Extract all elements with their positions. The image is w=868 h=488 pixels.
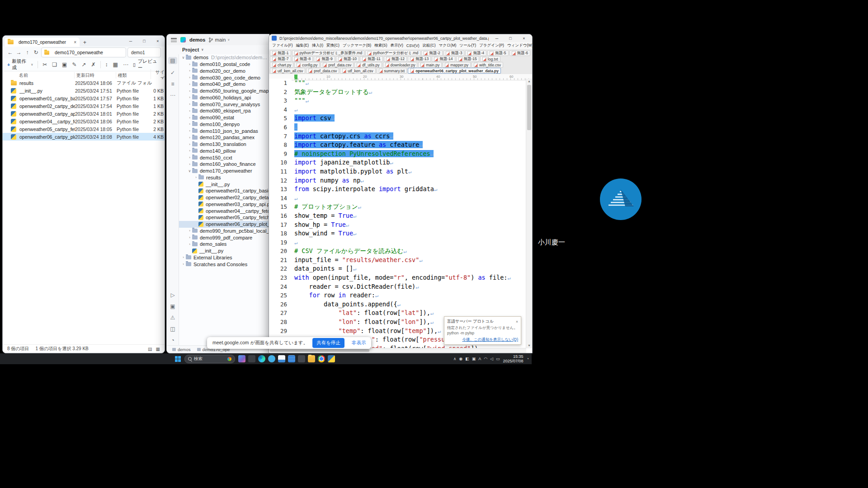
code-line[interactable]: """↵: [292, 96, 526, 105]
menu-item[interactable]: 変換(C): [326, 43, 340, 48]
menu-item[interactable]: ツール(T): [459, 43, 476, 48]
editor-tab[interactable]: utf_ken_all.csv: [270, 68, 305, 74]
chevron-closed-icon[interactable]: ›: [187, 142, 192, 146]
tree-item[interactable]: ›demo030_geo_code_demo: [179, 74, 269, 81]
editor-tab[interactable]: 無題-13: [408, 56, 431, 62]
menu-item[interactable]: ブックマーク(B): [343, 43, 371, 48]
delete-icon[interactable]: ✗: [91, 61, 96, 68]
problems-tool-icon[interactable]: ⚠: [170, 315, 175, 320]
taskbar-clock[interactable]: 15:35 2025/07/08: [503, 354, 524, 363]
close-button[interactable]: ×: [519, 36, 529, 41]
editor-tab[interactable]: 無題-11: [360, 56, 383, 62]
ime-icon[interactable]: [248, 355, 255, 362]
tree-item[interactable]: ›demo999_pdf_compare: [179, 234, 269, 241]
editor-tab[interactable]: df_utils.py: [354, 62, 382, 68]
tree-item[interactable]: ›demo990_forum_pc5bai_local_demo: [179, 228, 269, 235]
explorer-icon[interactable]: [308, 355, 315, 362]
editor-tab[interactable]: config.py: [294, 62, 320, 68]
project-tool-icon[interactable]: ▤: [168, 57, 177, 64]
edge-icon[interactable]: [258, 355, 265, 362]
more-tools-icon[interactable]: ⋯: [170, 93, 175, 98]
menu-item[interactable]: ファイル(F): [272, 43, 293, 48]
paste-icon[interactable]: ▣: [62, 61, 67, 68]
copy-icon[interactable]: ❏: [52, 61, 57, 68]
commit-tool-icon[interactable]: ✓: [170, 70, 175, 75]
rename-icon[interactable]: ✎: [72, 61, 76, 68]
tree-item[interactable]: ›Scratches and Consoles: [179, 261, 269, 267]
chevron-up-icon[interactable]: ∧: [453, 357, 457, 361]
chevron-closed-icon[interactable]: ›: [187, 235, 192, 239]
tree-item[interactable]: ›demo130_translation: [179, 141, 269, 148]
code-line[interactable]: import cartopy.feature as cfeature↵: [292, 141, 526, 150]
tree-item[interactable]: ›demo110_json_to_pandas: [179, 127, 269, 134]
code-line[interactable]: import csv↵: [292, 114, 526, 123]
explorer-tab[interactable]: demo170_openweather ×: [5, 38, 80, 47]
file-row[interactable]: openweather06_cartpy_plot_weather_dat...…: [3, 133, 165, 141]
editor-tab[interactable]: 無題-3: [443, 50, 465, 56]
code-line[interactable]: show_wind = True↵: [292, 229, 526, 238]
security-icon[interactable]: ◉: [459, 357, 462, 361]
menu-item[interactable]: 比較(C): [423, 43, 436, 48]
code-line[interactable]: input_file = "results/weather.csv"↵: [292, 256, 526, 265]
chevron-open-icon[interactable]: ∨: [187, 169, 192, 173]
tree-item[interactable]: openweather06_cartpy_plot_weather_data.p…: [179, 221, 269, 228]
code-line[interactable]: import numpy as np↵: [292, 176, 526, 185]
chevron-closed-icon[interactable]: ›: [187, 102, 192, 106]
run-tool-icon[interactable]: ▷: [170, 292, 175, 298]
tree-item[interactable]: ›demo120_pandas_amex: [179, 134, 269, 141]
tree-item[interactable]: ›demo_sales: [179, 241, 269, 248]
chevron-closed-icon[interactable]: ›: [187, 109, 192, 113]
editor-tab[interactable]: chart.py: [270, 62, 293, 68]
code-line[interactable]: show_temp = True↵: [292, 211, 526, 221]
paint-icon[interactable]: [298, 355, 305, 362]
code-line[interactable]: ↵: [292, 123, 526, 132]
file-row[interactable]: results2025/03/24 18:06ファイル フォルダー: [3, 79, 165, 87]
project-name[interactable]: demos: [189, 37, 205, 42]
branch-selector[interactable]: main ∨: [209, 37, 230, 42]
stop-sharing-button[interactable]: 共有を停止: [312, 338, 344, 348]
editor-tab[interactable]: 無題-6: [509, 50, 531, 56]
editor-tab[interactable]: summary.txt: [377, 68, 407, 74]
tree-item[interactable]: ›demo160_yahoo_finance: [179, 161, 269, 168]
chevron-closed-icon[interactable]: ›: [187, 116, 192, 120]
editor-tab[interactable]: 無題-9: [314, 56, 335, 62]
lang-icon[interactable]: A: [478, 357, 481, 361]
chevron-closed-icon[interactable]: ›: [187, 82, 192, 86]
minimize-button[interactable]: ─: [491, 36, 502, 41]
onedrive-icon[interactable]: ◧: [465, 357, 469, 361]
editor-tab[interactable]: 無題-15: [456, 56, 479, 62]
tree-item[interactable]: ›demo100_denpyo: [179, 121, 269, 128]
minimize-button[interactable]: ─: [124, 36, 137, 47]
menu-item[interactable]: 編集(E): [296, 43, 309, 48]
code-line[interactable]: 気象データをプロットする↵: [292, 88, 526, 97]
chevron-closed-icon[interactable]: ›: [187, 229, 192, 233]
code-line[interactable]: for row in reader:↵: [292, 291, 526, 300]
scrollbar-thumb[interactable]: [270, 349, 369, 352]
editor-tab[interactable]: with_title.csv: [472, 62, 503, 68]
chevron-closed-icon[interactable]: ›: [187, 95, 192, 99]
code-line[interactable]: import matplotlib.pyplot as plt↵: [292, 167, 526, 176]
editor-tab[interactable]: pref_data.csv: [321, 62, 354, 68]
menu-item[interactable]: CSV(V): [406, 43, 420, 48]
chevron-closed-icon[interactable]: ›: [181, 262, 186, 266]
editor-tab[interactable]: pythonデータ分析ゼミ_参加要件.md: [292, 50, 365, 56]
code-line[interactable]: with open(input_file, mode="r", encoding…: [292, 273, 526, 282]
chevron-closed-icon[interactable]: ›: [187, 69, 192, 73]
code-line[interactable]: # CSV ファイルからデータを読み込む↵: [292, 247, 526, 256]
editor-tab[interactable]: 無題-12: [384, 56, 407, 62]
tab-close-icon[interactable]: ×: [74, 40, 76, 45]
notification-icon[interactable]: ◔: [527, 357, 529, 361]
network-icon[interactable]: ◠: [484, 357, 487, 361]
code-line[interactable]: import cartopy.crs as ccrs↵: [292, 132, 526, 141]
chevron-closed-icon[interactable]: ›: [187, 89, 192, 93]
volume-icon[interactable]: ◁: [490, 357, 493, 361]
menu-item[interactable]: 挿入(I): [312, 43, 323, 48]
tree-item[interactable]: ›External Libraries: [179, 254, 269, 261]
icons-view-icon[interactable]: ▦: [156, 347, 160, 352]
editor-tab[interactable]: pref_data.csv: [306, 68, 339, 74]
mic-icon[interactable]: ▣: [472, 357, 476, 361]
tree-item[interactable]: ›demo040_pdf_demo: [179, 81, 269, 88]
tree-item[interactable]: ›demo070_survey_analysys: [179, 101, 269, 108]
battery-icon[interactable]: ▭: [496, 357, 500, 361]
scroll-down-icon[interactable]: ▼: [526, 343, 532, 348]
